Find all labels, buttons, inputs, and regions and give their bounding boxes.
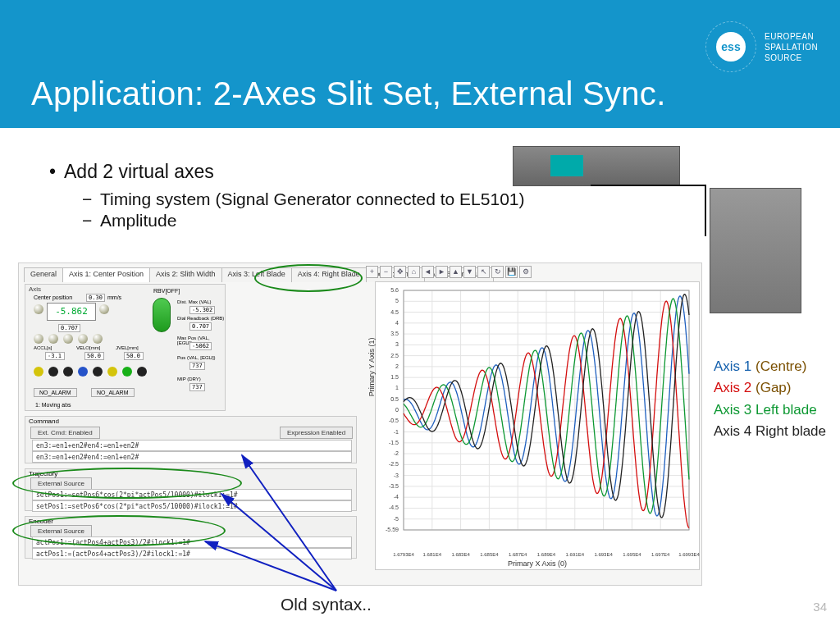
rbv-label: RBV[OFF]: [153, 288, 180, 294]
page-number: 34: [813, 600, 827, 614]
axis-panel: Axis Center position 0.30 mm/s RBV[OFF] …: [25, 284, 226, 411]
encoder-panel: Encoder External Source actPos1:=(actPos…: [25, 516, 357, 559]
traj-expr-2[interactable]: setPos1:=setPos6*cos(2*pi*actPos5/10000)…: [32, 500, 352, 512]
plot-ylabel: Primary Y Axis (1): [368, 337, 376, 396]
xtick: 1.6793E4: [393, 552, 414, 557]
org-line2: SPALLATION: [765, 42, 818, 52]
ess-logo: ess EUROPEAN SPALLATION SOURCE: [705, 23, 829, 71]
ytick: 2.5: [381, 353, 399, 358]
mip-label: MIP (DRY): [177, 377, 201, 381]
jog-left-icon[interactable]: [34, 304, 43, 314]
page-title: Application: 2-Axes Slit Set, External S…: [31, 75, 666, 112]
legend-a4: Axis 4 Right blade: [714, 421, 826, 442]
expr-enabled-button[interactable]: Expression Enabled: [280, 427, 353, 439]
accl-label: ACCL[s]: [34, 345, 52, 350]
ytick: 1.5: [381, 374, 399, 380]
xtick: 1.693E4: [594, 552, 612, 557]
led-icon: [107, 367, 117, 377]
ytick: 5.6: [381, 287, 399, 293]
status-indicator-icon: [153, 298, 171, 332]
tool-refresh-icon[interactable]: ↻: [491, 266, 504, 278]
distmax-label: Dist. Max (VAL): [177, 299, 212, 304]
ytick: 3.5: [381, 331, 399, 336]
tab-general[interactable]: General: [24, 267, 63, 282]
signal-generator-photo: [513, 146, 680, 186]
tool-pan-icon[interactable]: ✥: [394, 266, 406, 278]
gui-screenshot: General Axis 1: Center Position Axis 2: …: [18, 262, 702, 586]
slide-header: ess EUROPEAN SPALLATION SOURCE Applicati…: [0, 0, 840, 128]
ext-cmd-button[interactable]: Ext. Cmd: Enabled: [30, 427, 100, 439]
ytick: -2.5: [381, 461, 399, 467]
command-header: Command: [25, 417, 356, 426]
xtick: 1.691E4: [566, 552, 584, 557]
knob-icon[interactable]: [48, 334, 58, 344]
tab-axis3[interactable]: Axis 3: Left Blade: [221, 267, 292, 282]
unit-mm: mm/s: [107, 294, 121, 300]
command-expr-2[interactable]: en3:=en1+en2#en4:=en1+en2#: [32, 451, 352, 463]
ytick: -1: [381, 429, 399, 435]
tab-axis4[interactable]: Axis 4: Right Blade: [291, 267, 367, 282]
mip-val: 737: [189, 383, 205, 391]
enc-ext-src-button[interactable]: External Source: [30, 525, 92, 537]
bullet-list: Add 2 virtual axes Timing system (Signal…: [64, 161, 524, 232]
ytick: -1.5: [381, 440, 399, 445]
knob-icon[interactable]: [34, 334, 43, 344]
velo-val: 50.0: [84, 352, 104, 360]
connector-line-icon: [582, 179, 722, 240]
ytick: -2: [381, 450, 399, 456]
ytick: -3.5: [381, 483, 399, 489]
axis-status: 1: Moving abs: [35, 402, 71, 408]
bullet-sub2: Amplitude: [100, 211, 524, 231]
led-icon: [122, 367, 132, 377]
legend-a2: Axis 2: [714, 380, 756, 395]
tool-right-icon[interactable]: ►: [436, 266, 448, 278]
ytick: 5: [381, 298, 399, 304]
tool-left-icon[interactable]: ◄: [422, 266, 434, 278]
tab-axis2[interactable]: Axis 2: Slith Width: [149, 267, 222, 282]
tab-axis1[interactable]: Axis 1: Center Position: [62, 267, 150, 282]
alarm-1: NO_ALARM: [34, 388, 77, 397]
tool-settings-icon[interactable]: ⚙: [519, 266, 532, 278]
org-line3: SOURCE: [765, 52, 818, 63]
knob-icon[interactable]: [63, 334, 73, 344]
org-line1: EUROPEAN: [765, 31, 818, 42]
legend-a2p: (Gap): [756, 380, 791, 395]
accl-val: -3.1: [45, 352, 65, 360]
ytick: 0: [381, 407, 399, 413]
enc-expr-1[interactable]: actPos1:=(actPos4+actPos3)/2#ilock1:=1#: [32, 536, 352, 548]
trajectory-panel: Trajectory External Source setPos1:=setP…: [25, 468, 357, 511]
enc-expr-2[interactable]: actPos1:=(actPos4+actPos3)/2#ilock1:=1#: [32, 548, 352, 559]
tool-zoom-in-icon[interactable]: +: [366, 266, 378, 278]
series-legend: Axis 1 (Centre) Axis 2 (Gap) Axis 3 Left…: [714, 356, 826, 442]
distmax-val: -5.302: [189, 306, 215, 314]
bullet-sub1: Timing system (Signal Generator connecte…: [100, 189, 524, 209]
ytick: -5: [381, 516, 399, 522]
jvel-val: 50.0: [124, 352, 144, 360]
xtick: 1.683E4: [451, 552, 469, 557]
traj-expr-1[interactable]: setPos1:=setPos6*cos(2*pi*actPos5/10000)…: [32, 489, 352, 500]
led-icon: [48, 367, 58, 377]
velo-label: VELO[mm]: [76, 345, 100, 350]
tool-zoom-out-icon[interactable]: −: [380, 266, 392, 278]
plot-xlabel: Primary X Axis (0): [508, 559, 567, 568]
tool-down-icon[interactable]: ▼: [463, 266, 476, 278]
pos-label: Pos (VAL, [EGU]): [177, 355, 216, 360]
hardware-rack-photo: [710, 188, 801, 313]
knob-icon[interactable]: [93, 334, 103, 344]
tool-save-icon[interactable]: 💾: [505, 266, 518, 278]
tool-up-icon[interactable]: ▲: [450, 266, 462, 278]
led-row: [34, 367, 147, 377]
command-expr-1[interactable]: en3:=en1+en2#en4:=en1+en2#: [32, 440, 352, 451]
knob-icon[interactable]: [78, 334, 88, 344]
traj-ext-src-button[interactable]: External Source: [30, 477, 92, 490]
jog-right-icon[interactable]: [99, 304, 109, 314]
led-icon: [93, 367, 103, 377]
alarm-2: NO_ALARM: [91, 388, 135, 397]
xtick: 1.6993E4: [678, 552, 700, 557]
plot-canvas: [400, 287, 692, 548]
xtick: 1.681E4: [423, 552, 441, 557]
tool-home-icon[interactable]: ⌂: [408, 266, 420, 278]
logo-mark-text: ess: [716, 32, 746, 62]
tool-cursor-icon[interactable]: ↖: [477, 266, 490, 278]
legend-a3: Axis 3 Left blade: [714, 399, 826, 421]
